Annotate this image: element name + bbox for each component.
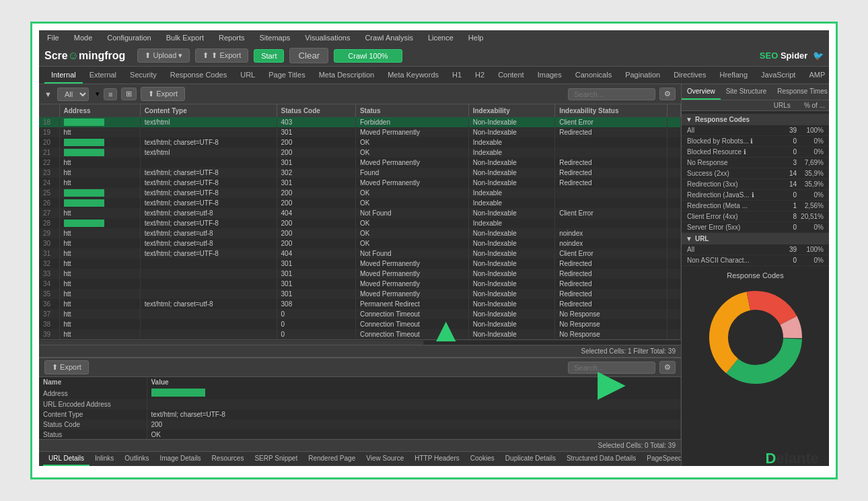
rc-row[interactable]: Redirection (3xx) 14 35,9%	[682, 179, 829, 190]
rtab-overview[interactable]: Overview	[682, 84, 721, 100]
rc-response-codes-header[interactable]: ▼ Response Codes	[682, 114, 829, 125]
btab-image-details[interactable]: Image Details	[154, 452, 206, 466]
table-row[interactable]: 20 htt text/html; charset=UTF-8 200 OK I…	[39, 137, 681, 147]
btab-serp-snippet[interactable]: SERP Snippet	[249, 452, 303, 466]
tab-security[interactable]: Security	[123, 67, 164, 84]
menu-configuration[interactable]: Configuration	[104, 32, 153, 43]
col-address[interactable]: Address	[59, 104, 140, 117]
menu-sitemaps[interactable]: Sitemaps	[256, 32, 293, 43]
btab-outlinks[interactable]: Outlinks	[119, 452, 154, 466]
table-row[interactable]: 35 htt 301 Moved Permanently Non-Indexab…	[39, 289, 681, 299]
table-row[interactable]: 24 htt text/html; charset=UTF-8 301 Move…	[39, 178, 681, 188]
btab-structured-data[interactable]: Structured Data Details	[561, 452, 641, 466]
col-content-type[interactable]: Content Type	[140, 104, 277, 117]
btab-url-details[interactable]: URL Details	[43, 452, 89, 466]
menu-help[interactable]: Help	[466, 32, 486, 43]
tab-images[interactable]: Images	[531, 67, 569, 84]
table-row[interactable]: 34 htt 301 Moved Permanently Non-Indexab…	[39, 279, 681, 289]
table-row[interactable]: 32 htt 301 Moved Permanently Non-Indexab…	[39, 259, 681, 269]
table-row[interactable]: 37 htt 0 Connection Timeout Non-Indexabl…	[39, 309, 681, 319]
tab-pagination[interactable]: Pagination	[618, 67, 667, 84]
filter-select[interactable]: All	[57, 88, 89, 101]
rtab-site-structure[interactable]: Site Structure	[721, 84, 772, 100]
main-search-input[interactable]	[568, 88, 655, 100]
col-indexability[interactable]: Indexability	[468, 104, 554, 117]
table-row[interactable]: 26 htt text/html; charset=UTF-8 200 OK I…	[39, 198, 681, 208]
rc-row[interactable]: Server Error (5xx) 0 0%	[682, 222, 829, 233]
upload-button[interactable]: ⬆ Upload ▾	[137, 48, 190, 63]
export-toolbar-button[interactable]: ⬆ ⬆ Export	[195, 48, 248, 63]
export-filter-button[interactable]: ⬆ Export	[141, 87, 185, 101]
table-row[interactable]: 31 htt text/html; charset=UTF-8 404 Not …	[39, 248, 681, 259]
table-row[interactable]: 25 htt text/html; charset=UTF-8 200 OK I…	[39, 188, 681, 198]
rc-row[interactable]: Redirection (JavaS... ℹ 0 0%	[682, 190, 829, 201]
btab-resources[interactable]: Resources	[207, 452, 250, 466]
rtab-response-times[interactable]: Response Times	[772, 84, 829, 100]
tab-meta-keywords[interactable]: Meta Keywords	[381, 67, 445, 84]
btab-inlinks[interactable]: Inlinks	[89, 452, 119, 466]
tab-page-titles[interactable]: Page Titles	[262, 67, 312, 84]
table-row[interactable]: 22 htt 301 Moved Permanently Non-Indexab…	[39, 158, 681, 168]
bottom-search-options[interactable]: ⚙	[659, 361, 676, 374]
menu-crawl-analysis[interactable]: Crawl Analysis	[362, 32, 416, 43]
table-row[interactable]: 27 htt text/html; charset=utf-8 404 Not …	[39, 208, 681, 218]
btab-rendered-page[interactable]: Rendered Page	[303, 452, 361, 466]
view-grid-button[interactable]: ⊞	[121, 88, 137, 100]
table-row[interactable]: 33 htt 301 Moved Permanently Non-Indexab…	[39, 269, 681, 279]
col-indexability-status[interactable]: Indexability Status	[555, 104, 667, 117]
table-row[interactable]: 38 htt 0 Connection Timeout Non-Indexabl…	[39, 319, 681, 329]
rc-url-header[interactable]: ▼ URL	[682, 233, 829, 244]
menu-visualisations[interactable]: Visualisations	[302, 32, 353, 43]
table-row[interactable]: 36 htt text/html; charset=utf-8 308 Perm…	[39, 299, 681, 309]
tab-external[interactable]: External	[83, 67, 123, 84]
btab-duplicate-details[interactable]: Duplicate Details	[500, 452, 561, 466]
table-row[interactable]: 39 htt 0 Connection Timeout Non-Indexabl…	[39, 329, 681, 339]
menu-file[interactable]: File	[44, 32, 62, 43]
tab-internal[interactable]: Internal	[44, 67, 83, 84]
rc-row[interactable]: No Response 3 7,69%	[682, 158, 829, 168]
bottom-export-button[interactable]: ⬆ Export	[44, 360, 89, 374]
tab-amp[interactable]: AMP	[802, 67, 829, 84]
rc-row[interactable]: Client Error (4xx) 8 20,51%	[682, 211, 829, 222]
tab-content[interactable]: Content	[491, 67, 531, 84]
btab-view-source[interactable]: View Source	[361, 452, 409, 466]
start-button[interactable]: Start	[254, 49, 284, 63]
col-status[interactable]: Status	[355, 104, 468, 117]
rc-section-label: Response Codes	[695, 116, 750, 123]
tab-directives[interactable]: Directives	[667, 67, 713, 84]
tab-canonicals[interactable]: Canonicals	[569, 67, 618, 84]
tab-url[interactable]: URL	[233, 67, 262, 84]
table-row[interactable]: 29 htt text/html; charset=utf-8 200 OK N…	[39, 228, 681, 238]
col-status-code[interactable]: Status Code	[277, 104, 355, 117]
rc-url-row[interactable]: All 39 100%	[682, 244, 829, 255]
rc-row[interactable]: All 39 100%	[682, 125, 829, 136]
menu-bulk-export[interactable]: Bulk Export	[164, 32, 207, 43]
table-row[interactable]: 19 htt 301 Moved Permanently Non-Indexab…	[39, 127, 681, 137]
tab-javascript[interactable]: JavaScript	[754, 67, 802, 84]
btab-http-headers[interactable]: HTTP Headers	[409, 452, 465, 466]
tab-hreflang[interactable]: Hreflang	[713, 67, 754, 84]
search-options-button[interactable]: ⚙	[659, 88, 676, 100]
tab-h1[interactable]: H1	[445, 67, 468, 84]
table-row[interactable]: 30 htt text/html; charset=utf-8 200 OK N…	[39, 238, 681, 248]
tab-response-codes[interactable]: Response Codes	[164, 67, 233, 84]
rc-url-row[interactable]: Non ASCII Charact... 0 0%	[682, 255, 829, 266]
menu-reports[interactable]: Reports	[216, 32, 248, 43]
tab-meta-description[interactable]: Meta Description	[312, 67, 382, 84]
table-row[interactable]: 23 htt text/html; charset=UTF-8 302 Foun…	[39, 168, 681, 178]
tab-h2[interactable]: H2	[468, 67, 491, 84]
rc-row[interactable]: Blocked by Robots... ℹ 0 0%	[682, 136, 829, 147]
view-list-button[interactable]: ≡	[104, 88, 117, 100]
clear-button[interactable]: Clear	[289, 48, 328, 63]
menu-licence[interactable]: Licence	[425, 32, 456, 43]
btab-cookies[interactable]: Cookies	[465, 452, 500, 466]
table-row[interactable]: 28 htt text/html; charset=UTF-8 200 OK I…	[39, 218, 681, 228]
bottom-search-input[interactable]	[568, 362, 655, 374]
table-row[interactable]: 21 htt text/html 200 OK Indexable	[39, 147, 681, 158]
rc-row[interactable]: Redirection (Meta ... 1 2,56%	[682, 201, 829, 211]
btab-pagespeed[interactable]: PageSpeed Details	[641, 452, 681, 466]
table-row[interactable]: 18 htt text/html 403 Forbidden Non-Index…	[39, 117, 681, 127]
rc-row[interactable]: Success (2xx) 14 35,9%	[682, 168, 829, 179]
rc-row[interactable]: Blocked Resource ℹ 0 0%	[682, 147, 829, 158]
menu-mode[interactable]: Mode	[71, 32, 96, 43]
